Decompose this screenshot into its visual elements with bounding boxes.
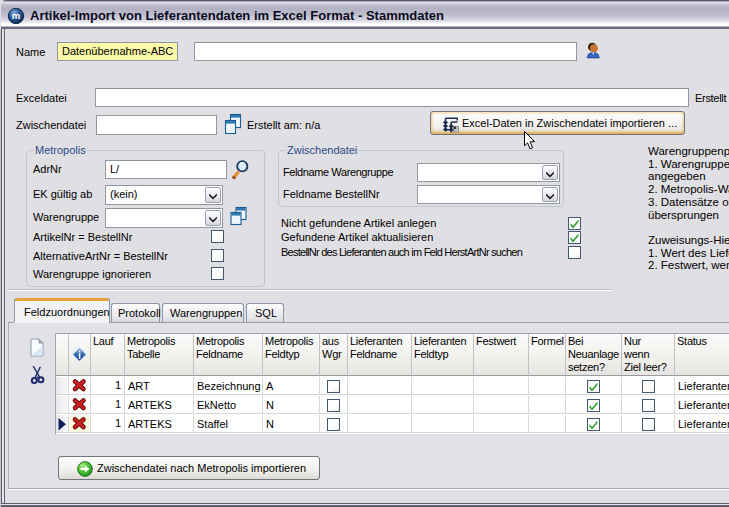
svg-text:m: m: [12, 10, 20, 21]
